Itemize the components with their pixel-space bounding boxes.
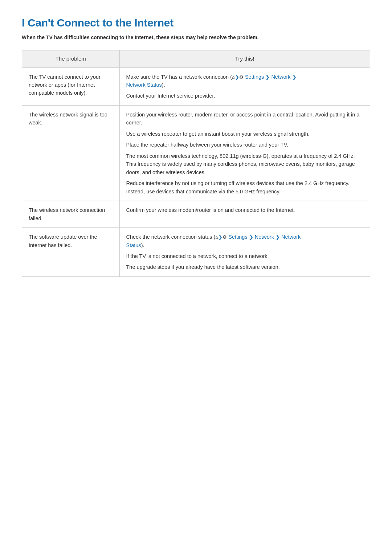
try-text-4b: If the TV is not connected to a network,… [126,252,363,260]
network-link-1: Network [271,74,290,80]
try-para-2a: Position your wireless router, modem rou… [126,111,363,127]
problem-label-3: The wireless network connection failed. [29,207,105,221]
chevron-icon: ❯ [266,74,269,81]
try-text-3: Confirm your wireless modem/router is on… [126,206,363,214]
try-para-2e: Reduce interference by not using or turn… [126,179,363,196]
col-try-header: Try this! [119,50,370,68]
col-problem-header: The problem [22,50,120,68]
try-cell-2: Position your wireless router, modem rou… [119,105,370,201]
page-subtitle: When the TV has difficulties connecting … [22,34,370,41]
troubleshoot-table: The problem Try this! The TV cannot conn… [22,50,370,277]
try-para-2d: The most common wireless technology, 802… [126,152,363,176]
problem-label-2: The wireless network signal is too weak. [29,112,107,126]
try-cell-1: Make sure the TV has a network connectio… [119,67,370,105]
page-title: I Can't Connect to the Internet [22,15,370,31]
settings-link-1: Settings [245,74,264,80]
chevron-icon: ❯ [235,74,239,81]
try-text-4c: The upgrade stops if you already have th… [126,263,363,271]
problem-cell-3: The wireless network connection failed. [22,201,120,228]
try-nav-1: Make sure the TV has a network connectio… [126,73,363,89]
gear-icon: ⚙ [239,74,244,80]
table-row: The software update over the Internet ha… [22,228,370,277]
home-icon: ⌂ [232,74,235,80]
problem-cell-1: The TV cannot connect to your network or… [22,67,120,105]
try-nav-4: Check the network connection status (⌂❯⚙… [126,233,363,249]
try-para-2b: Use a wireless repeater to get an instan… [126,130,363,138]
table-row: The wireless network connection failed. … [22,201,370,228]
chevron-icon: ❯ [293,74,296,81]
try-text-1b: Contact your Internet service provider. [126,92,363,100]
try-cell-3: Confirm your wireless modem/router is on… [119,201,370,228]
home-icon: ⌂ [215,234,218,240]
gear-icon: ⚙ [222,234,227,240]
table-row: The TV cannot connect to your network or… [22,67,370,105]
problem-cell-2: The wireless network signal is too weak. [22,105,120,201]
settings-link-4: Settings [228,234,247,240]
table-row: The wireless network signal is too weak.… [22,105,370,201]
try-para-2c: Place the repeater halfway between your … [126,141,363,149]
try-cell-4: Check the network connection status (⌂❯⚙… [119,228,370,277]
chevron-icon: ❯ [276,234,279,241]
problem-cell-4: The software update over the Internet ha… [22,228,120,277]
network-link-4: Network [255,234,274,240]
chevron-icon: ❯ [219,234,222,241]
network-status-link-4: NetworkStatus [126,234,301,248]
network-status-link-1: Network Status [126,82,162,88]
chevron-icon: ❯ [249,234,253,241]
problem-label-4: The software update over the Internet ha… [29,234,97,248]
